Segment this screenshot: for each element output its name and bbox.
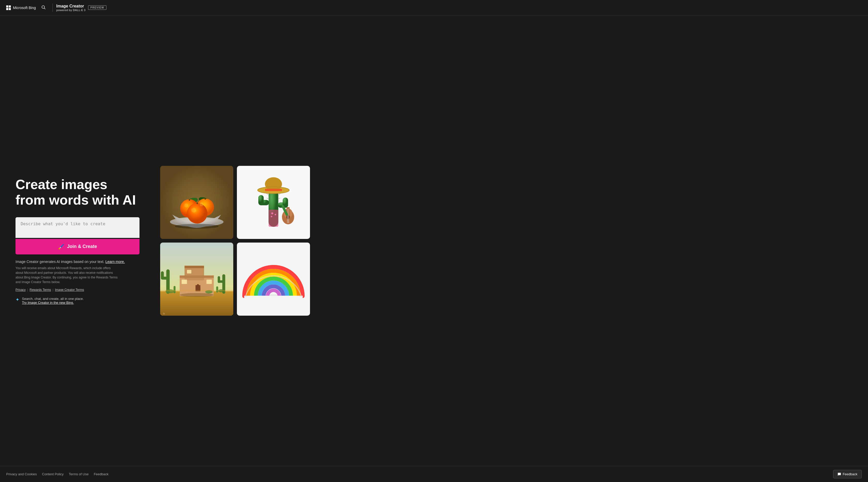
- create-button[interactable]: 🖌️ Join & Create: [16, 239, 140, 254]
- logo: Microsoft Bing: [6, 5, 36, 10]
- svg-point-41: [271, 212, 273, 215]
- svg-rect-60: [218, 276, 220, 283]
- feedback-icon: [838, 473, 841, 476]
- footer-link-content-policy[interactable]: Content Policy: [42, 472, 64, 476]
- image-card-cactus[interactable]: [237, 166, 310, 239]
- prompt-section: 🖌️ Join & Create: [16, 217, 140, 254]
- footer-link-feedback[interactable]: Feedback: [94, 472, 108, 476]
- search-button[interactable]: [40, 4, 47, 11]
- separator-2: |: [53, 288, 54, 292]
- svg-rect-49: [180, 275, 214, 278]
- logo-text: Microsoft Bing: [13, 6, 36, 10]
- header: Microsoft Bing Image Creator powered by …: [0, 0, 868, 15]
- main-content: Create images from words with AI 🖌️ Join…: [0, 15, 868, 466]
- svg-rect-61: [174, 286, 176, 293]
- info-main-text: Image Creator generates AI images based …: [16, 260, 140, 264]
- brush-icon: 🖌️: [58, 244, 64, 250]
- svg-point-63: [165, 289, 175, 293]
- prompt-input[interactable]: [16, 217, 140, 238]
- page-headline: Create images from words with AI: [16, 177, 140, 208]
- header-brand: Image Creator powered by DALL·E 3: [56, 4, 86, 12]
- svg-rect-52: [182, 280, 187, 284]
- svg-rect-40: [269, 210, 278, 227]
- svg-rect-50: [184, 266, 204, 268]
- svg-point-14: [189, 199, 190, 201]
- svg-point-67: [180, 293, 214, 297]
- svg-text:ib: ib: [163, 312, 165, 315]
- svg-rect-71: [244, 296, 303, 301]
- brand-subtitle: powered by DALL·E 3: [56, 8, 86, 12]
- privacy-link[interactable]: Privacy: [16, 288, 26, 292]
- svg-point-10: [187, 203, 208, 223]
- image-card-rainbow[interactable]: [237, 243, 310, 316]
- bing-promo-icon: ✦: [16, 297, 20, 302]
- svg-rect-53: [207, 280, 212, 284]
- learn-more-link[interactable]: Learn more.: [105, 260, 125, 264]
- image-grid: ib: [160, 166, 310, 316]
- svg-rect-21: [258, 195, 264, 205]
- privacy-links: Privacy | Rewards Terms | Image Creator …: [16, 288, 140, 292]
- bing-promo: ✦ Search, chat, and create, all in one p…: [16, 297, 140, 304]
- svg-rect-54: [187, 270, 191, 274]
- image-creator-terms-link[interactable]: Image Creator Terms: [55, 288, 84, 292]
- svg-point-43: [271, 216, 272, 217]
- svg-point-13: [184, 203, 188, 207]
- left-panel: Create images from words with AI 🖌️ Join…: [16, 177, 140, 304]
- separator-1: |: [27, 288, 28, 292]
- footer: Privacy and Cookies Content Policy Terms…: [0, 466, 868, 482]
- rewards-terms-link[interactable]: Rewards Terms: [29, 288, 51, 292]
- image-card-desert[interactable]: ib: [160, 243, 233, 316]
- svg-rect-66: [160, 290, 233, 291]
- svg-point-0: [42, 6, 45, 8]
- svg-rect-62: [216, 286, 218, 293]
- svg-rect-57: [161, 271, 164, 280]
- bing-promo-text: Search, chat, and create, all in one pla…: [22, 297, 84, 304]
- feedback-button[interactable]: Feedback: [833, 470, 862, 478]
- brand-title: Image Creator: [56, 4, 86, 8]
- info-section: Image Creator generates AI images based …: [16, 260, 140, 304]
- footer-link-privacy[interactable]: Privacy and Cookies: [6, 472, 37, 476]
- info-sub-text: You will receive emails about Microsoft …: [16, 266, 119, 284]
- preview-badge: PREVIEW: [88, 5, 106, 10]
- feedback-button-label: Feedback: [843, 472, 858, 476]
- create-button-label: Join & Create: [67, 244, 97, 249]
- svg-point-17: [175, 224, 219, 229]
- svg-point-16: [196, 202, 198, 204]
- svg-point-15: [205, 198, 206, 200]
- svg-point-42: [275, 214, 276, 216]
- image-card-oranges[interactable]: [160, 166, 233, 239]
- svg-point-11: [191, 208, 196, 213]
- windows-icon: [6, 5, 11, 10]
- footer-nav: Privacy and Cookies Content Policy Terms…: [6, 472, 108, 476]
- svg-rect-48: [184, 267, 204, 280]
- svg-line-1: [44, 8, 45, 9]
- bing-promo-link[interactable]: Try Image Creator in the new Bing.: [22, 301, 74, 304]
- svg-point-12: [200, 202, 204, 206]
- svg-rect-30: [265, 189, 282, 191]
- footer-link-terms[interactable]: Terms of Use: [69, 472, 89, 476]
